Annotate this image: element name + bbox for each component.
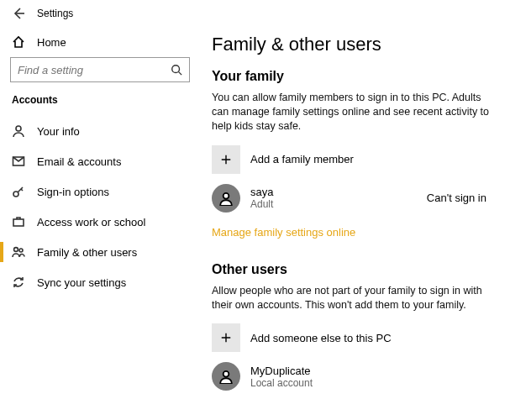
search-icon: [171, 64, 182, 76]
member-role: Adult: [250, 198, 273, 210]
plus-icon: [212, 145, 240, 174]
family-description: You can allow family members to sign in …: [212, 91, 492, 134]
svg-point-1: [16, 126, 21, 131]
other-user[interactable]: MyDuplicate Local account: [212, 362, 492, 391]
member-status: Can't sign in: [427, 192, 492, 204]
sidebar-item-sync[interactable]: Sync your settings: [0, 267, 200, 297]
sidebar-item-signin[interactable]: Sign-in options: [0, 176, 200, 207]
add-family-label: Add a family member: [250, 153, 354, 165]
sidebar-item-your-info[interactable]: Your info: [0, 116, 200, 146]
section-label: Accounts: [0, 91, 200, 116]
user-icon: [12, 124, 25, 138]
svg-point-8: [223, 371, 229, 377]
search-input[interactable]: [11, 58, 189, 81]
page-title: Family & other users: [212, 34, 492, 55]
svg-point-5: [14, 248, 18, 252]
member-name: saya: [250, 186, 273, 198]
main-content: Family & other users Your family You can…: [200, 27, 510, 401]
avatar-icon: [212, 184, 240, 213]
sidebar: Home Accounts Your info Email & accounts: [0, 27, 200, 401]
search-input-wrap[interactable]: [10, 57, 190, 82]
other-users-heading: Other users: [212, 262, 492, 277]
avatar-icon: [212, 362, 240, 391]
other-user-type: Local account: [250, 377, 313, 389]
window-title: Settings: [37, 8, 73, 19]
family-heading: Your family: [212, 69, 492, 84]
sidebar-item-label: Sync your settings: [37, 276, 126, 289]
sidebar-item-work-school[interactable]: Access work or school: [0, 207, 200, 237]
sidebar-item-label: Email & accounts: [37, 155, 121, 168]
add-other-user[interactable]: Add someone else to this PC: [212, 323, 492, 352]
people-icon: [12, 245, 25, 259]
sidebar-item-label: Sign-in options: [37, 186, 109, 198]
home-label: Home: [37, 36, 66, 49]
add-family-member[interactable]: Add a family member: [212, 145, 492, 174]
sidebar-item-label: Family & other users: [37, 246, 137, 259]
plus-icon: [212, 323, 240, 352]
other-users-description: Allow people who are not part of your fa…: [212, 284, 492, 312]
svg-rect-4: [13, 219, 24, 226]
sidebar-item-email[interactable]: Email & accounts: [0, 146, 200, 176]
mail-icon: [12, 155, 25, 168]
sidebar-item-label: Your info: [37, 125, 80, 138]
briefcase-icon: [12, 215, 25, 228]
svg-point-0: [172, 66, 180, 73]
home-icon: [12, 35, 25, 49]
key-icon: [12, 185, 25, 198]
sync-icon: [12, 276, 25, 289]
back-icon[interactable]: [12, 7, 25, 20]
family-member[interactable]: saya Adult Can't sign in: [212, 184, 492, 213]
sidebar-home[interactable]: Home: [0, 32, 200, 55]
svg-point-7: [223, 192, 229, 198]
sidebar-item-label: Access work or school: [37, 216, 145, 228]
manage-family-link[interactable]: Manage family settings online: [212, 226, 355, 239]
add-other-label: Add someone else to this PC: [250, 332, 392, 344]
other-user-name: MyDuplicate: [250, 365, 313, 377]
svg-point-6: [19, 249, 23, 252]
sidebar-item-family[interactable]: Family & other users: [0, 237, 200, 267]
